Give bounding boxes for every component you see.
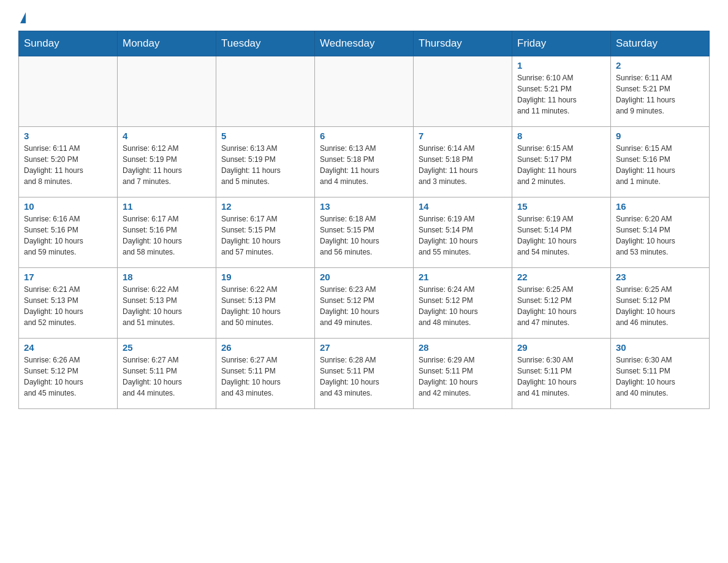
day-number: 6 (320, 131, 408, 141)
week-row-1: 1Sunrise: 6:10 AM Sunset: 5:21 PM Daylig… (19, 56, 710, 127)
day-info: Sunrise: 6:25 AM Sunset: 5:12 PM Dayligh… (616, 284, 704, 328)
day-info: Sunrise: 6:29 AM Sunset: 5:11 PM Dayligh… (419, 354, 507, 399)
day-cell: 27Sunrise: 6:28 AM Sunset: 5:11 PM Dayli… (315, 339, 414, 409)
day-cell (19, 56, 118, 127)
day-info: Sunrise: 6:12 AM Sunset: 5:19 PM Dayligh… (123, 143, 211, 187)
day-cell: 15Sunrise: 6:19 AM Sunset: 5:14 PM Dayli… (512, 197, 611, 268)
day-info: Sunrise: 6:13 AM Sunset: 5:19 PM Dayligh… (221, 143, 309, 187)
day-info: Sunrise: 6:16 AM Sunset: 5:16 PM Dayligh… (24, 213, 112, 258)
day-cell: 5Sunrise: 6:13 AM Sunset: 5:19 PM Daylig… (216, 127, 315, 197)
logo (18, 12, 26, 21)
day-info: Sunrise: 6:26 AM Sunset: 5:12 PM Dayligh… (24, 354, 112, 399)
day-number: 11 (123, 201, 211, 212)
day-cell: 26Sunrise: 6:27 AM Sunset: 5:11 PM Dayli… (216, 339, 315, 409)
day-number: 30 (616, 342, 704, 353)
day-info: Sunrise: 6:19 AM Sunset: 5:14 PM Dayligh… (517, 213, 605, 258)
day-number: 13 (320, 201, 408, 212)
day-info: Sunrise: 6:15 AM Sunset: 5:16 PM Dayligh… (616, 143, 704, 187)
week-row-4: 17Sunrise: 6:21 AM Sunset: 5:13 PM Dayli… (19, 268, 710, 339)
day-cell: 1Sunrise: 6:10 AM Sunset: 5:21 PM Daylig… (512, 56, 611, 127)
day-cell (118, 56, 216, 127)
day-number: 12 (221, 201, 309, 212)
day-info: Sunrise: 6:11 AM Sunset: 5:21 PM Dayligh… (616, 72, 704, 117)
day-info: Sunrise: 6:14 AM Sunset: 5:18 PM Dayligh… (419, 143, 507, 187)
day-number: 28 (419, 342, 507, 353)
day-info: Sunrise: 6:17 AM Sunset: 5:16 PM Dayligh… (123, 213, 211, 258)
day-number: 16 (616, 201, 704, 212)
day-number: 14 (419, 201, 507, 212)
col-header-sunday: Sunday (19, 31, 118, 56)
day-number: 18 (123, 272, 211, 282)
week-row-2: 3Sunrise: 6:11 AM Sunset: 5:20 PM Daylig… (19, 127, 710, 197)
day-info: Sunrise: 6:24 AM Sunset: 5:12 PM Dayligh… (419, 284, 507, 328)
day-cell: 6Sunrise: 6:13 AM Sunset: 5:18 PM Daylig… (315, 127, 414, 197)
col-header-friday: Friday (512, 31, 611, 56)
day-number: 4 (123, 131, 211, 141)
day-cell: 13Sunrise: 6:18 AM Sunset: 5:15 PM Dayli… (315, 197, 414, 268)
day-info: Sunrise: 6:21 AM Sunset: 5:13 PM Dayligh… (24, 284, 112, 328)
day-number: 17 (24, 272, 112, 282)
day-info: Sunrise: 6:15 AM Sunset: 5:17 PM Dayligh… (517, 143, 605, 187)
day-number: 26 (221, 342, 309, 353)
day-cell: 19Sunrise: 6:22 AM Sunset: 5:13 PM Dayli… (216, 268, 315, 339)
day-cell: 22Sunrise: 6:25 AM Sunset: 5:12 PM Dayli… (512, 268, 611, 339)
day-number: 22 (517, 272, 605, 282)
week-row-5: 24Sunrise: 6:26 AM Sunset: 5:12 PM Dayli… (19, 339, 710, 409)
day-cell: 11Sunrise: 6:17 AM Sunset: 5:16 PM Dayli… (118, 197, 216, 268)
day-info: Sunrise: 6:23 AM Sunset: 5:12 PM Dayligh… (320, 284, 408, 328)
day-cell: 28Sunrise: 6:29 AM Sunset: 5:11 PM Dayli… (414, 339, 512, 409)
day-cell: 14Sunrise: 6:19 AM Sunset: 5:14 PM Dayli… (414, 197, 512, 268)
day-cell: 16Sunrise: 6:20 AM Sunset: 5:14 PM Dayli… (611, 197, 710, 268)
day-cell: 9Sunrise: 6:15 AM Sunset: 5:16 PM Daylig… (611, 127, 710, 197)
logo-triangle-icon (20, 12, 26, 23)
day-info: Sunrise: 6:25 AM Sunset: 5:12 PM Dayligh… (517, 284, 605, 328)
day-number: 1 (517, 60, 605, 71)
day-info: Sunrise: 6:27 AM Sunset: 5:11 PM Dayligh… (221, 354, 309, 399)
day-number: 15 (517, 201, 605, 212)
day-info: Sunrise: 6:22 AM Sunset: 5:13 PM Dayligh… (123, 284, 211, 328)
day-cell: 12Sunrise: 6:17 AM Sunset: 5:15 PM Dayli… (216, 197, 315, 268)
day-info: Sunrise: 6:28 AM Sunset: 5:11 PM Dayligh… (320, 354, 408, 399)
col-header-saturday: Saturday (611, 31, 710, 56)
day-cell: 8Sunrise: 6:15 AM Sunset: 5:17 PM Daylig… (512, 127, 611, 197)
day-number: 10 (24, 201, 112, 212)
day-number: 23 (616, 272, 704, 282)
day-cell: 24Sunrise: 6:26 AM Sunset: 5:12 PM Dayli… (19, 339, 118, 409)
day-cell: 17Sunrise: 6:21 AM Sunset: 5:13 PM Dayli… (19, 268, 118, 339)
day-number: 25 (123, 342, 211, 353)
day-cell: 29Sunrise: 6:30 AM Sunset: 5:11 PM Dayli… (512, 339, 611, 409)
day-cell: 18Sunrise: 6:22 AM Sunset: 5:13 PM Dayli… (118, 268, 216, 339)
page-header (18, 12, 710, 21)
day-cell: 21Sunrise: 6:24 AM Sunset: 5:12 PM Dayli… (414, 268, 512, 339)
day-info: Sunrise: 6:11 AM Sunset: 5:20 PM Dayligh… (24, 143, 112, 187)
day-info: Sunrise: 6:18 AM Sunset: 5:15 PM Dayligh… (320, 213, 408, 258)
col-header-monday: Monday (118, 31, 216, 56)
col-header-wednesday: Wednesday (315, 31, 414, 56)
day-cell: 3Sunrise: 6:11 AM Sunset: 5:20 PM Daylig… (19, 127, 118, 197)
day-cell: 30Sunrise: 6:30 AM Sunset: 5:11 PM Dayli… (611, 339, 710, 409)
day-info: Sunrise: 6:22 AM Sunset: 5:13 PM Dayligh… (221, 284, 309, 328)
day-cell: 25Sunrise: 6:27 AM Sunset: 5:11 PM Dayli… (118, 339, 216, 409)
day-number: 5 (221, 131, 309, 141)
day-info: Sunrise: 6:13 AM Sunset: 5:18 PM Dayligh… (320, 143, 408, 187)
calendar-table: SundayMondayTuesdayWednesdayThursdayFrid… (18, 31, 710, 409)
day-cell: 23Sunrise: 6:25 AM Sunset: 5:12 PM Dayli… (611, 268, 710, 339)
day-cell (315, 56, 414, 127)
day-info: Sunrise: 6:19 AM Sunset: 5:14 PM Dayligh… (419, 213, 507, 258)
day-number: 24 (24, 342, 112, 353)
day-number: 21 (419, 272, 507, 282)
day-info: Sunrise: 6:30 AM Sunset: 5:11 PM Dayligh… (517, 354, 605, 399)
col-header-tuesday: Tuesday (216, 31, 315, 56)
day-number: 2 (616, 60, 704, 71)
day-cell: 7Sunrise: 6:14 AM Sunset: 5:18 PM Daylig… (414, 127, 512, 197)
day-number: 9 (616, 131, 704, 141)
day-number: 27 (320, 342, 408, 353)
day-info: Sunrise: 6:20 AM Sunset: 5:14 PM Dayligh… (616, 213, 704, 258)
day-cell: 10Sunrise: 6:16 AM Sunset: 5:16 PM Dayli… (19, 197, 118, 268)
day-cell (216, 56, 315, 127)
day-number: 3 (24, 131, 112, 141)
day-cell: 2Sunrise: 6:11 AM Sunset: 5:21 PM Daylig… (611, 56, 710, 127)
col-header-thursday: Thursday (414, 31, 512, 56)
week-row-3: 10Sunrise: 6:16 AM Sunset: 5:16 PM Dayli… (19, 197, 710, 268)
day-number: 19 (221, 272, 309, 282)
